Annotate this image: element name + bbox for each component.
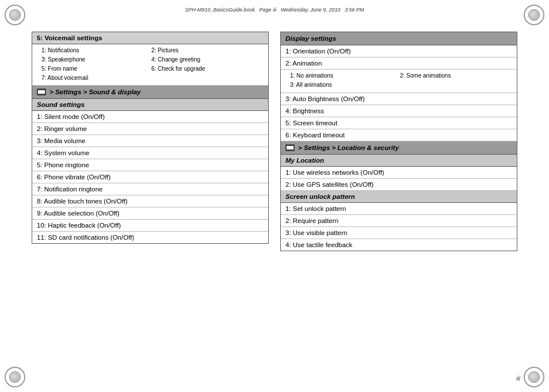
- unlock-item-2: 2: Require pattern: [281, 215, 517, 227]
- corner-decoration-bl: [5, 367, 25, 387]
- voicemail-subitems: 1: Notifications 2: Pictures 3: Speakerp…: [32, 44, 268, 86]
- location-item-gps: 2: Use GPS satellites (On/Off): [281, 179, 517, 191]
- sound-item-8: 8: Audible touch tones (On/Off): [32, 195, 268, 207]
- meta-day: Wednesday, June 9, 2010: [281, 7, 341, 13]
- corner-decoration-tr: [524, 5, 544, 25]
- display-item-screen-timeout: 5: Screen timeout: [281, 117, 517, 129]
- display-item-brightness: 4: Brightness: [281, 105, 517, 117]
- display-item-animation: 2: Animation: [281, 57, 517, 70]
- sound-item-10: 10: Haptic feedback (On/Off): [32, 220, 268, 232]
- meta-filename: SPH-M910_BasicsGuide.book: [185, 7, 256, 13]
- sound-settings-header: Sound settings: [32, 99, 268, 111]
- sound-display-nav-header: > Settings > Sound & display: [32, 86, 268, 99]
- display-item-orientation: 1: Orientation (On/Off): [281, 45, 517, 57]
- page-number: iii: [516, 375, 520, 382]
- sound-item-5: 5: Phone ringtone: [32, 159, 268, 171]
- sound-item-11: 11: SD card notifications (On/Off): [32, 232, 268, 243]
- unlock-item-1: 1: Set unlock pattern: [281, 203, 517, 215]
- sound-item-6: 6: Phone vibrate (On/Off): [32, 171, 268, 183]
- menu-icon: [37, 89, 46, 95]
- location-item-wireless: 1: Use wireless networks (On/Off): [281, 167, 517, 179]
- sound-item-2: 2: Ringer volume: [32, 123, 268, 135]
- corner-decoration-tl: [5, 5, 25, 25]
- meta-time: 3:56 PM: [345, 7, 364, 13]
- sound-item-4: 4: System volume: [32, 147, 268, 159]
- animation-subitems: 1: No animations 2: Some animations 3: A…: [281, 70, 517, 93]
- menu-icon-2: [285, 144, 295, 151]
- unlock-item-4: 4: Use tactile feedback: [281, 239, 517, 251]
- sound-item-9: 9: Audible selection (On/Off): [32, 207, 268, 220]
- sound-item-3: 3: Media volume: [32, 135, 268, 147]
- main-content: 5: Voicemail settings 1: Notifications 2…: [32, 32, 517, 366]
- sound-item-1: 1: Silent mode (On/Off): [32, 111, 268, 123]
- screen-unlock-header: Screen unlock pattern: [281, 191, 517, 203]
- meta-page: Page iii: [260, 7, 277, 13]
- corner-decoration-br: [524, 367, 544, 387]
- unlock-item-3: 3: Use visible pattern: [281, 227, 517, 239]
- right-table: Display settings 1: Orientation (On/Off)…: [280, 32, 517, 251]
- left-column: 5: Voicemail settings 1: Notifications 2…: [32, 32, 269, 366]
- display-item-keyboard-timeout: 6: Keyboard timeout: [281, 129, 517, 141]
- display-item-brightness-auto: 3: Auto Brightness (On/Off): [281, 93, 517, 105]
- top-meta: SPH-M910_BasicsGuide.book Page iii Wedne…: [29, 7, 520, 13]
- sound-item-7: 7: Notification ringtone: [32, 183, 268, 195]
- location-security-nav-header: > Settings > Location & security: [281, 141, 517, 155]
- voicemail-header: 5: Voicemail settings: [32, 32, 268, 44]
- display-settings-header: Display settings: [281, 32, 517, 45]
- left-table: 5: Voicemail settings 1: Notifications 2…: [32, 32, 269, 244]
- my-location-header: My Location: [281, 155, 517, 167]
- right-column: Display settings 1: Orientation (On/Off)…: [280, 32, 517, 366]
